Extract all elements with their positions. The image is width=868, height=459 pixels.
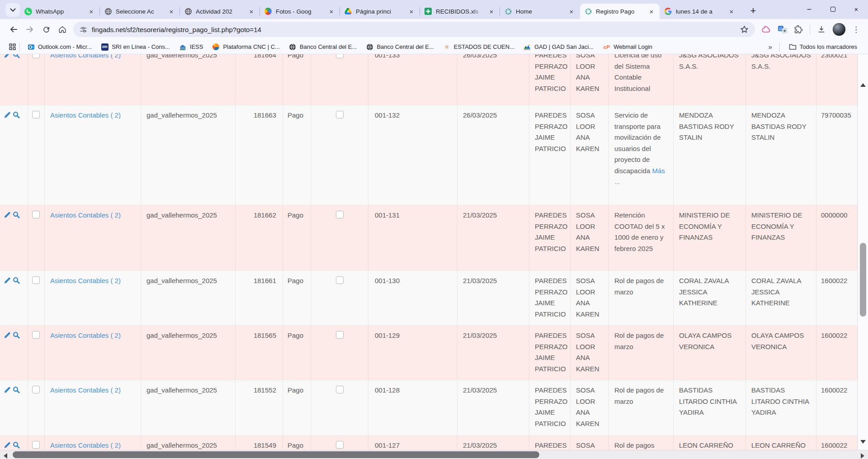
entry-link-cell: Asientos Contables ( 2) [45,271,141,325]
sheet-icon [424,7,432,15]
reload-icon[interactable] [38,21,54,38]
back-icon[interactable] [5,21,22,38]
all-bookmarks-button[interactable]: Todos los marcadores [784,41,862,53]
tab-actividad-202[interactable]: Actividad 202× [180,4,259,19]
tab-title: Home [516,8,564,15]
bookmark-iess[interactable]: IESS [175,41,208,53]
close-tab-icon[interactable]: × [727,7,736,15]
asientos-contables-link[interactable]: Asientos Contables ( 2) [50,331,121,339]
bookmark-webmail-login[interactable]: cPWebmail Login [598,41,657,53]
scroll-left-icon[interactable] [4,453,7,459]
horizontal-scrollbar-thumb[interactable] [13,451,539,458]
table-row: Asientos Contables ( 2)gad_vallehermos_2… [0,380,858,435]
extensions-puzzle-icon[interactable] [794,25,803,34]
close-tab-icon[interactable]: × [167,7,175,15]
downloads-icon[interactable] [817,25,826,34]
scroll-up-icon[interactable] [860,83,866,87]
maximize-icon[interactable] [821,0,844,18]
view-magnifier-icon[interactable] [13,276,20,325]
close-tab-icon[interactable]: × [247,7,255,15]
row-actions [0,380,28,435]
close-tab-icon[interactable]: × [567,7,576,15]
row-checkbox[interactable] [32,441,40,449]
tab-whatsapp[interactable]: WhatsApp× [20,4,99,19]
row-checkbox[interactable] [32,331,40,339]
bookmark-sri-en-l-nea-cons-[interactable]: SRiSRI en Línea - Cons... [96,41,175,53]
close-tab-icon[interactable]: × [407,7,415,15]
treasurer-cell: SOSA LOOR ANA KAREN [571,380,609,435]
asientos-contables-link[interactable]: Asientos Contables ( 2) [50,54,121,59]
flag-checkbox[interactable] [336,54,344,58]
concept-text: Rol de pagos de marzo [614,386,664,405]
new-tab-button[interactable]: + [746,4,760,18]
tab-recibidos-xls[interactable]: RECIBIDOS.xls× [420,4,500,19]
tab-seleccione-ac[interactable]: Seleccione Ac× [100,4,179,19]
horizontal-scrollbar[interactable] [0,450,868,459]
row-checkbox[interactable] [32,111,40,118]
vertical-scrollbar-thumb[interactable] [860,243,866,317]
tab-fotos-goog[interactable]: Fotos - Goog× [260,4,340,19]
close-tab-icon[interactable]: × [487,7,495,15]
row-checkbox[interactable] [32,276,40,284]
bookmark-banco-central-del-e-[interactable]: Banco Central del E... [361,41,438,53]
bookmark-gad-gad-san-jaci-[interactable]: GAD | GAD San Jaci... [519,41,598,53]
site-info-icon[interactable] [80,26,87,33]
row-checkbox[interactable] [32,386,40,393]
google-translate-icon[interactable]: G✱ [778,25,787,33]
edit-pencil-icon[interactable] [4,211,11,270]
bookmark-estados-de-cuen-[interactable]: ✳ESTADOS DE CUEN... [439,41,519,53]
edit-pencil-icon[interactable] [4,54,11,105]
edit-pencil-icon[interactable] [4,276,11,325]
asientos-contables-link[interactable]: Asientos Contables ( 2) [50,386,121,394]
doc-number-cell: 001-131 [368,205,458,270]
scroll-down-icon[interactable] [860,440,866,444]
bookmark-plataforma-cnc-c-[interactable]: Plataforma CNC | C... [208,41,284,53]
close-tab-icon[interactable]: × [327,7,335,15]
flag-checkbox[interactable] [336,441,344,449]
close-tab-icon[interactable]: × [647,7,656,15]
view-magnifier-icon[interactable] [13,386,20,435]
view-magnifier-icon[interactable] [13,331,20,380]
tab-p-gina-princi[interactable]: Página princi× [340,4,420,19]
flag-checkbox[interactable] [336,211,344,218]
url-text[interactable]: fingads.net/sf2/tesoreria/registro_pago_… [92,26,736,33]
browser-menu-icon[interactable]: ⋮ [852,25,860,34]
account-cell: 2300021 [816,54,858,105]
view-magnifier-icon[interactable] [13,111,20,205]
edit-pencil-icon[interactable] [4,331,11,380]
view-magnifier-icon[interactable] [13,54,20,105]
edit-pencil-icon[interactable] [4,386,11,435]
close-tab-icon[interactable]: × [87,7,95,15]
payee2-cell: OLAYA CAMPOS VERONICA [746,326,816,380]
flag-checkbox[interactable] [336,276,344,284]
tab-home[interactable]: Home× [500,4,580,19]
minimize-icon[interactable]: – [797,0,821,18]
bookmark-outlook-com-micr-[interactable]: Outlook.com - Micr... [23,41,96,53]
close-window-icon[interactable]: × [844,0,868,18]
bookmarks-overflow-chevron[interactable]: » [765,43,774,51]
forward-icon[interactable] [22,21,38,38]
flag-checkbox[interactable] [336,111,344,118]
sparkle-cloud-extension-icon[interactable] [761,25,771,34]
edit-pencil-icon[interactable] [4,111,11,205]
profile-avatar[interactable] [833,23,845,36]
flag-checkbox[interactable] [336,386,344,393]
flag-checkbox[interactable] [336,331,344,339]
bookmark-banco-central-del-e-[interactable]: Banco Central del E... [284,41,361,53]
asientos-contables-link[interactable]: Asientos Contables ( 2) [50,111,121,119]
asientos-contables-link[interactable]: Asientos Contables ( 2) [50,441,121,449]
tab-search-button[interactable] [5,3,20,17]
vertical-scrollbar[interactable] [858,54,868,450]
address-bar[interactable]: fingads.net/sf2/tesoreria/registro_pago_… [73,22,755,37]
asientos-contables-link[interactable]: Asientos Contables ( 2) [50,277,121,284]
view-magnifier-icon[interactable] [13,211,20,270]
scroll-right-icon[interactable] [861,453,864,459]
asientos-contables-link[interactable]: Asientos Contables ( 2) [50,211,121,219]
row-checkbox[interactable] [32,211,40,218]
row-checkbox[interactable] [32,54,40,58]
bookmark-star-icon[interactable] [740,25,749,34]
home-icon[interactable] [54,21,71,38]
apps-grid-icon[interactable] [6,41,19,53]
tab-lunes-14-de-a[interactable]: lunes 14 de a× [660,4,740,19]
tab-registro-pago[interactable]: Registro Pago× [580,4,660,19]
